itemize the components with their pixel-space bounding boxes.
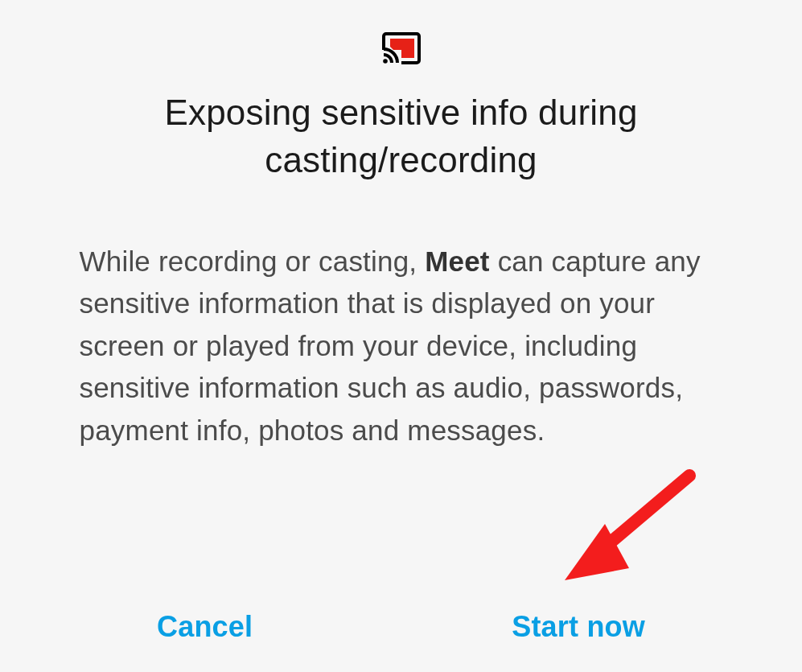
cancel-button[interactable]: Cancel — [157, 610, 253, 644]
app-name: Meet — [425, 245, 490, 277]
dialog-body: While recording or casting, Meet can cap… — [47, 241, 755, 452]
start-now-button[interactable]: Start now — [512, 610, 645, 644]
dialog-body-lead: While recording or casting, — [80, 245, 426, 277]
dialog-title: Exposing sensitive info during casting/r… — [56, 89, 747, 184]
svg-point-5 — [383, 59, 388, 64]
dialog-button-row: Cancel Start now — [0, 610, 802, 644]
arrow-annotation-icon — [528, 468, 705, 600]
cast-icon — [382, 32, 421, 68]
svg-line-6 — [585, 476, 689, 564]
